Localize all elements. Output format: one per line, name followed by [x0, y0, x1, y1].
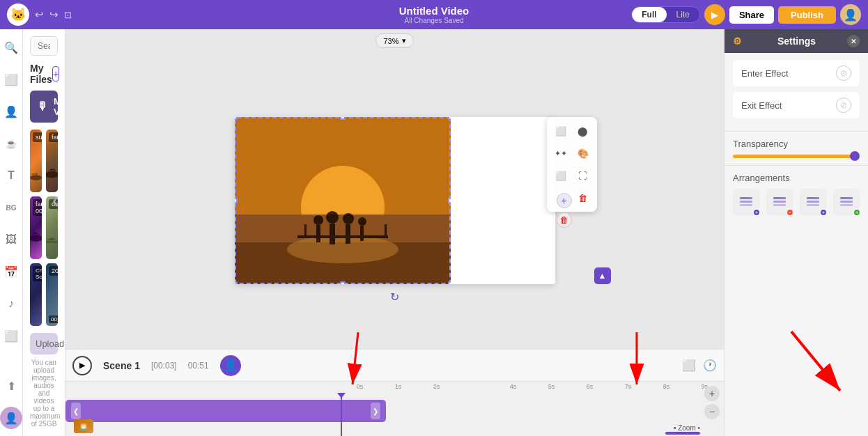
highlight-box[interactable]: ▲: [594, 267, 611, 284]
playhead[interactable]: [341, 394, 342, 436]
svg-line-58: [791, 332, 840, 391]
my-voice-label: My Voice: [54, 96, 65, 117]
sidebar-item-media[interactable]: ☕: [0, 132, 22, 155]
undo-button[interactable]: ↩: [35, 8, 44, 21]
sidebar-user-avatar[interactable]: 👤: [0, 407, 22, 429]
sidebar-item-text[interactable]: T: [0, 164, 22, 187]
view-full-button[interactable]: Full: [632, 7, 666, 22]
resize-handle-top-left[interactable]: [235, 117, 238, 120]
thumbnail-familie[interactable]: familie-001: [30, 196, 42, 259]
svg-rect-51: [807, 197, 819, 199]
arr-badge-4: +: [853, 208, 861, 217]
enter-effect-row[interactable]: Enter Effect ⊘: [733, 60, 860, 86]
sidebar-item-templates[interactable]: ⬜: [0, 68, 22, 91]
exit-effect-row[interactable]: Exit Effect ⊘: [733, 92, 860, 118]
transparency-bar[interactable]: [733, 155, 860, 158]
view-lite-button[interactable]: Lite: [667, 7, 699, 22]
svg-rect-36: [346, 224, 350, 244]
ft-crop-button[interactable]: ⬤: [573, 121, 593, 141]
thumbnail-portrait[interactable]: family_portrait: [46, 130, 58, 192]
thumb-label-screenshot: Chrome Screenshot...: [33, 266, 42, 281]
resize-handle-top-right[interactable]: [448, 117, 451, 120]
sidebar-item-characters[interactable]: 👤: [0, 100, 22, 123]
my-voice-row[interactable]: 🎙 My Voice: [30, 91, 58, 123]
arrangement-btn-4[interactable]: +: [833, 189, 860, 215]
resize-handle-mid-right[interactable]: [448, 198, 451, 203]
svg-point-24: [52, 238, 54, 240]
zoom-badge[interactable]: 73% ▾: [375, 33, 413, 48]
exit-effect-icon: ⊘: [836, 98, 851, 113]
redo-button[interactable]: ↪: [49, 8, 59, 21]
slide-image[interactable]: [235, 117, 451, 284]
timeline-add-button[interactable]: +: [704, 386, 720, 401]
sidebar-item-shapes[interactable]: ⬜: [0, 325, 22, 347]
clip-handle-left[interactable]: ❮: [71, 403, 81, 419]
ft-effects-button[interactable]: ✦✦: [551, 143, 571, 163]
ft-filters-button[interactable]: 🎨: [573, 143, 593, 163]
svg-rect-40: [304, 224, 307, 235]
clip-handle-right[interactable]: ❯: [371, 403, 380, 419]
timeline-clip[interactable]: ❮ ❯: [65, 400, 386, 422]
scene-avatar[interactable]: 👤: [220, 355, 241, 376]
arrangement-btn-1[interactable]: +: [733, 189, 759, 215]
app-title: Untitled Video: [399, 5, 470, 17]
resize-handle-bottom-mid[interactable]: [340, 281, 346, 284]
svg-rect-49: [773, 201, 786, 203]
thumbnail-screenshot2[interactable]: 20062813234 00:09.5s: [46, 263, 58, 326]
svg-rect-6: [36, 173, 36, 175]
svg-point-35: [343, 213, 354, 224]
share-button[interactable]: Share: [729, 6, 774, 24]
settings-title: Settings: [777, 36, 816, 47]
resize-handle-top-mid[interactable]: [340, 117, 346, 120]
scene-play-button[interactable]: ▶: [72, 356, 92, 375]
timeline-minus-button[interactable]: −: [704, 404, 720, 419]
settings-close-button[interactable]: ✕: [847, 35, 860, 47]
ft-delete-button[interactable]: 🗑: [573, 188, 593, 208]
delete-element-button[interactable]: 🗑: [557, 212, 572, 228]
upload-hint: You can upload images, audios and videos…: [30, 359, 58, 428]
add-element-button[interactable]: +: [557, 193, 572, 208]
scene-clock-icon[interactable]: 🕐: [703, 359, 717, 372]
canvas-left-arrow[interactable]: ❮: [52, 195, 60, 206]
resize-handle-mid-left[interactable]: [235, 198, 238, 203]
ft-fullscreen-button[interactable]: ⛶: [573, 166, 593, 185]
tick-4s: 4s: [494, 383, 532, 394]
arrangement-btn-2[interactable]: −: [766, 189, 793, 215]
sidebar-item-audio[interactable]: ♪: [0, 293, 22, 315]
upload-button[interactable]: Upload: [30, 333, 58, 355]
transparency-thumb[interactable]: [850, 151, 860, 161]
my-files-title: My Files: [30, 63, 52, 85]
tick-2s: 2s: [417, 383, 456, 394]
ft-resize-button[interactable]: ⬜: [551, 121, 571, 141]
scene-screen-icon[interactable]: ⬜: [682, 359, 696, 372]
user-avatar-top[interactable]: 👤: [840, 4, 861, 25]
timeline-wrapper: 0s 1s 2s 4s 5s 6s 7s 8s 9s: [65, 381, 724, 436]
resize-handle-bottom-right[interactable]: [448, 281, 451, 284]
zoom-slider[interactable]: [665, 432, 700, 435]
copy-button[interactable]: ⊡: [64, 10, 72, 20]
search-input[interactable]: [30, 36, 58, 56]
transparency-section: Transparency: [724, 132, 868, 166]
topbar: 🐱 ↩ ↪ ⊡ Untitled Video All Changes Saved…: [0, 0, 868, 29]
sidebar-item-search[interactable]: 🔍: [0, 36, 22, 59]
rotate-icon[interactable]: ↻: [390, 290, 399, 304]
resize-handle-bottom-left[interactable]: [235, 281, 238, 284]
add-folder-button[interactable]: +: [52, 66, 59, 81]
svg-rect-3: [33, 173, 33, 175]
sidebar-item-upload[interactable]: ⬆: [0, 375, 22, 397]
thumbnail-sunset[interactable]: sunsets_family...: [30, 130, 42, 192]
canvas-wrapper: ❮: [65, 52, 724, 349]
sidebar-item-images[interactable]: 🖼: [0, 228, 22, 251]
ft-flip-button[interactable]: ⬜: [551, 166, 571, 185]
thumbnail-screenshot[interactable]: Chrome Screenshot...: [30, 263, 42, 326]
publish-button[interactable]: Publish: [778, 6, 836, 24]
canvas-toolbar: 73% ▾: [65, 29, 724, 52]
sidebar-item-calendar[interactable]: 📅: [0, 260, 22, 283]
arrangement-btn-3[interactable]: +: [800, 189, 826, 215]
transparency-label: Transparency: [733, 139, 860, 149]
preview-play-button[interactable]: ▶: [704, 4, 725, 25]
svg-point-11: [49, 169, 51, 171]
scene-icons: ⬜ 🕐: [682, 359, 717, 372]
sidebar-item-background[interactable]: BG: [0, 196, 22, 219]
svg-rect-55: [840, 201, 853, 203]
